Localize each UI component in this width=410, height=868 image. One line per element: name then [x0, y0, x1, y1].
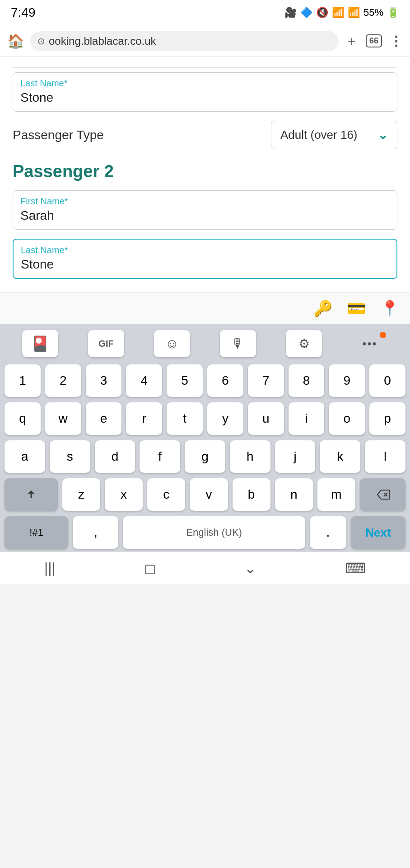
tabs-count-badge[interactable]: 66 [366, 34, 382, 47]
key-q[interactable]: q [5, 402, 41, 435]
key-h[interactable]: h [230, 440, 270, 473]
number-row: 1 2 3 4 5 6 7 8 9 0 [0, 362, 410, 400]
location-icon[interactable]: 📍 [380, 299, 399, 317]
key-g[interactable]: g [185, 440, 225, 473]
camera-icon: 🎥 [284, 7, 297, 19]
key-r[interactable]: r [126, 402, 162, 435]
passenger2-firstname-field[interactable]: First Name* Sarah [13, 190, 397, 230]
key-e[interactable]: e [86, 402, 122, 435]
passenger-type-value: Adult (over 16) [280, 128, 358, 142]
passenger2-lastname-value: Stone [21, 257, 389, 272]
passenger2-firstname-value: Sarah [20, 208, 390, 223]
emoji-sticker-key[interactable]: 🎴 [22, 330, 58, 357]
smiley-key[interactable]: ☺ [154, 330, 190, 357]
key-5[interactable]: 5 [167, 364, 203, 397]
bluetooth-icon: 🔷 [300, 7, 312, 19]
key-9[interactable]: 9 [329, 364, 365, 397]
passenger2-lastname-field[interactable]: Last Name* Stone [13, 239, 397, 279]
page-content: Last Name* Stone Passenger Type Adult (o… [0, 57, 410, 324]
url-text: ooking.blablacar.co.uk [49, 35, 156, 47]
backspace-key[interactable] [360, 478, 405, 511]
passenger1-lastname-label: Last Name* [20, 78, 390, 89]
status-time: 7:49 [11, 5, 36, 20]
browser-actions: ＋ 66 ⋮ [345, 32, 403, 50]
passenger2-lastname-group: Last Name* Stone [13, 239, 397, 279]
battery-text: 55% [363, 7, 383, 19]
nav-bar: ||| ◻ ⌄ ⌨ [0, 552, 410, 584]
passenger-type-label: Passenger Type [13, 128, 104, 142]
browser-bar: 🏠 ⊙ ooking.blablacar.co.uk ＋ 66 ⋮ [0, 25, 410, 57]
status-icons: 🎥 🔷 🔇 📶 📶 55% 🔋 [284, 7, 399, 19]
passenger-type-row: Passenger Type Adult (over 16) ⌄ [13, 121, 397, 149]
next-key[interactable]: Next [351, 516, 405, 549]
key-8[interactable]: 8 [289, 364, 325, 397]
key-u[interactable]: u [248, 402, 284, 435]
key-j[interactable]: j [275, 440, 316, 473]
passenger1-lastname-field[interactable]: Last Name* Stone [13, 72, 397, 112]
key-s[interactable]: s [50, 440, 90, 473]
key-z[interactable]: z [62, 478, 100, 511]
back-nav-icon[interactable]: ||| [44, 560, 56, 576]
battery-icon: 🔋 [387, 7, 399, 19]
gif-key[interactable]: GIF [88, 330, 124, 357]
key-4[interactable]: 4 [126, 364, 162, 397]
keyboard: 🎴 GIF ☺ 🎙 ⚙ ••• 1 2 3 4 5 6 7 8 9 0 q w … [0, 324, 410, 584]
key-n[interactable]: n [275, 478, 313, 511]
key-icon[interactable]: 🔑 [313, 299, 332, 317]
key-l[interactable]: l [365, 440, 405, 473]
browser-menu-icon[interactable]: ⋮ [389, 33, 403, 49]
keyboard-toolbar: 🎴 GIF ☺ 🎙 ⚙ ••• [0, 324, 410, 362]
passenger1-lastname-group: Last Name* Stone [13, 72, 397, 112]
shift-key[interactable] [5, 478, 58, 511]
security-icon: ⊙ [37, 36, 45, 47]
comma-key[interactable]: , [73, 516, 118, 549]
down-nav-icon[interactable]: ⌄ [244, 560, 256, 577]
key-6[interactable]: 6 [207, 364, 243, 397]
more-key[interactable]: ••• [352, 330, 388, 357]
key-b[interactable]: b [233, 478, 270, 511]
mic-key[interactable]: 🎙 [220, 330, 256, 357]
home-icon[interactable]: 🏠 [7, 33, 24, 49]
passenger1-lastname-value: Stone [20, 90, 390, 105]
key-k[interactable]: k [320, 440, 360, 473]
key-c[interactable]: c [147, 478, 185, 511]
key-p[interactable]: p [369, 402, 405, 435]
settings-key[interactable]: ⚙ [286, 330, 322, 357]
key-1[interactable]: 1 [5, 364, 41, 397]
key-2[interactable]: 2 [45, 364, 81, 397]
url-bar[interactable]: ⊙ ooking.blablacar.co.uk [30, 31, 339, 51]
qwerty-row: q w e r t y u i o p [0, 400, 410, 438]
key-a[interactable]: a [5, 440, 45, 473]
key-7[interactable]: 7 [248, 364, 284, 397]
key-y[interactable]: y [207, 402, 243, 435]
key-v[interactable]: v [190, 478, 228, 511]
key-0[interactable]: 0 [369, 364, 405, 397]
special-chars-key[interactable]: !#1 [5, 516, 68, 549]
bottom-row: !#1 , English (UK) . Next [0, 514, 410, 552]
input-toolbar: 🔑 💳 📍 [0, 292, 410, 324]
status-bar: 7:49 🎥 🔷 🔇 📶 📶 55% 🔋 [0, 0, 410, 25]
card-icon[interactable]: 💳 [347, 299, 366, 317]
key-m[interactable]: m [317, 478, 355, 511]
dot-key[interactable]: . [310, 516, 346, 549]
passenger2-firstname-label: First Name* [20, 196, 390, 207]
wifi-icon: 📶 [332, 7, 344, 19]
key-f[interactable]: f [140, 440, 180, 473]
key-t[interactable]: t [167, 402, 203, 435]
keyboard-nav-icon[interactable]: ⌨ [345, 560, 366, 577]
space-key[interactable]: English (UK) [123, 516, 305, 549]
key-o[interactable]: o [329, 402, 365, 435]
passenger-type-dropdown[interactable]: Adult (over 16) ⌄ [271, 121, 397, 149]
key-3[interactable]: 3 [86, 364, 122, 397]
home-nav-icon[interactable]: ◻ [144, 560, 156, 577]
signal-icon: 📶 [348, 7, 360, 19]
chevron-down-icon: ⌄ [377, 127, 388, 142]
key-i[interactable]: i [289, 402, 325, 435]
key-d[interactable]: d [95, 440, 135, 473]
key-x[interactable]: x [105, 478, 143, 511]
new-tab-icon[interactable]: ＋ [345, 32, 359, 50]
notification-dot [380, 332, 386, 338]
scroll-top-partial [13, 57, 397, 68]
mute-icon: 🔇 [316, 7, 328, 19]
key-w[interactable]: w [45, 402, 81, 435]
